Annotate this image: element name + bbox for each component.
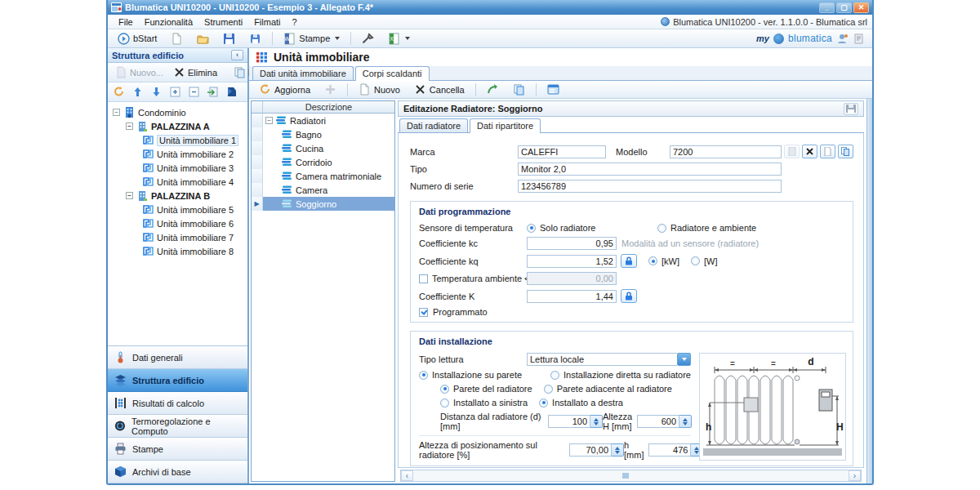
minimize-button[interactable]: _	[819, 2, 835, 13]
radio-parete-radiatore[interactable]	[440, 385, 449, 394]
new-file-button[interactable]	[165, 30, 189, 47]
elimina-button[interactable]: Elimina	[169, 65, 221, 80]
k-lock-button[interactable]	[621, 289, 637, 303]
list-row-room[interactable]: Bagno	[252, 127, 394, 141]
radio-solo-radiatore[interactable]	[527, 224, 536, 233]
cancella-button[interactable]: Cancella	[408, 81, 470, 98]
move-up-icon[interactable]	[131, 86, 144, 98]
tab-dati-ripartitore[interactable]: Dati ripartitore	[470, 118, 541, 133]
nav-dati-generali[interactable]: Dati generali	[108, 346, 247, 369]
programmato-checkbox[interactable]	[419, 308, 428, 317]
open-button[interactable]	[191, 30, 215, 47]
distanza-spinner[interactable]: 100	[548, 415, 603, 428]
radio-install-diretta[interactable]	[550, 371, 559, 380]
menu-strumenti[interactable]: Strumenti	[198, 16, 248, 29]
tab-dati-radiatore[interactable]: Dati radiatore	[399, 118, 468, 132]
save-all-button[interactable]	[243, 30, 267, 47]
list-row-room-selected[interactable]: ▶ Soggiorno	[252, 197, 394, 211]
copy-row-button[interactable]	[507, 81, 531, 98]
nav-risultati-di-calcolo[interactable]: Risultati di calcolo	[108, 392, 247, 415]
expand-all-icon[interactable]	[169, 86, 181, 98]
kt-checkbox[interactable]	[419, 274, 428, 283]
scroll-left-icon[interactable]: ‹	[401, 470, 413, 481]
tab-dati-unita-immobiliare[interactable]: Dati unità immobiliare	[252, 66, 354, 80]
new-item-button[interactable]	[820, 145, 835, 158]
preview-icon[interactable]	[225, 86, 238, 98]
tree-item-unit[interactable]: Unità immobiliare 7	[109, 230, 246, 244]
spin-down-icon[interactable]	[683, 422, 688, 425]
vertical-scrollbar[interactable]	[866, 99, 872, 483]
posizionamento-spinner[interactable]: 70,00	[569, 443, 624, 457]
list-row-room[interactable]: Corridoio	[252, 155, 394, 169]
add-disabled-button[interactable]	[318, 81, 342, 98]
nav-stampe[interactable]: Stampe	[108, 438, 247, 461]
marca-field[interactable]: CALEFFI	[518, 145, 606, 158]
modello-field[interactable]: 7200	[670, 145, 782, 158]
k-field[interactable]: 1,44	[527, 290, 617, 303]
list-row-room[interactable]: Cucina	[252, 141, 394, 155]
save-record-button[interactable]	[844, 103, 858, 115]
menu-funzionalita[interactable]: Funzionalità	[139, 16, 198, 29]
tab-corpi-scaldanti[interactable]: Corpi scaldanti	[355, 66, 430, 81]
collapse-node-icon[interactable]: −	[126, 122, 133, 130]
collapse-node-icon[interactable]: −	[113, 109, 120, 116]
nav-struttura-edificio[interactable]: Struttura edificio	[108, 369, 247, 392]
radio-radiatore-ambiente[interactable]	[657, 224, 666, 233]
collapse-all-icon[interactable]	[188, 86, 200, 98]
maximize-button[interactable]: ▢	[836, 2, 852, 13]
notes-icon[interactable]	[853, 33, 865, 45]
kq-field[interactable]: 1,52	[527, 255, 617, 268]
tree-item-unit[interactable]: Unità immobiliare 8	[109, 244, 246, 258]
horizontal-scrollbar[interactable]: ‹ ›	[400, 470, 862, 482]
scrollbar-thumb[interactable]	[622, 473, 629, 479]
user-icon[interactable]	[836, 33, 849, 45]
list-row-room[interactable]: Camera	[252, 183, 394, 197]
excel-export-button[interactable]: X	[382, 30, 416, 47]
tree-item-unit[interactable]: Unità immobiliare 4	[109, 175, 246, 189]
tree-item-palazzina-b[interactable]: − PALAZZINA B	[109, 189, 246, 203]
nuovo-radiatore-button[interactable]: Nuovo	[353, 81, 406, 98]
radio-installato-destra[interactable]	[539, 399, 548, 408]
import-row-button[interactable]	[481, 81, 505, 98]
radio-parete-adiacente[interactable]	[544, 385, 553, 394]
chevron-down-icon[interactable]	[677, 353, 691, 366]
tree-item-unit[interactable]: Unità immobiliare 1	[109, 133, 246, 147]
kc-field[interactable]: 0,95	[527, 237, 617, 250]
list-row-radiatori[interactable]: − Radiatori	[252, 114, 394, 127]
tree-item-unit[interactable]: Unità immobiliare 6	[109, 216, 246, 230]
kq-lock-button[interactable]	[621, 254, 637, 268]
tree-item-condominio[interactable]: − Condominio	[109, 105, 246, 119]
tipo-field[interactable]: Monitor 2,0	[518, 163, 782, 176]
menu-help[interactable]: ?	[287, 16, 303, 29]
nuovo-button[interactable]: Nuovo...	[111, 65, 167, 80]
bstart-button[interactable]: bStart	[112, 30, 163, 47]
tree-item-unit[interactable]: Unità immobiliare 2	[109, 147, 246, 161]
nav-termoregolazione[interactable]: Termoregolazione e Computo	[108, 415, 247, 438]
lookup-button[interactable]	[784, 145, 800, 158]
scroll-right-icon[interactable]: ›	[849, 470, 861, 481]
radio-install-parete[interactable]	[419, 371, 428, 380]
radio-w[interactable]	[691, 256, 700, 265]
form-view-button[interactable]	[541, 81, 565, 98]
spin-down-icon[interactable]	[615, 451, 620, 454]
copy-item-button[interactable]	[838, 145, 853, 158]
close-button[interactable]: ✕	[853, 2, 869, 13]
collapse-node-icon[interactable]: −	[126, 192, 133, 199]
numero-serie-field[interactable]: 123456789	[518, 180, 782, 193]
menu-filmati[interactable]: Filmati	[248, 16, 286, 29]
aggiorna-button[interactable]: Aggiorna	[253, 81, 316, 98]
kt-field[interactable]: 0,00	[527, 272, 617, 285]
spin-up-icon[interactable]	[594, 418, 599, 421]
tipo-lettura-select[interactable]: Lettura locale	[527, 353, 691, 366]
altezza-H-spinner[interactable]: 600	[637, 415, 692, 428]
radio-installato-sinistra[interactable]	[440, 399, 449, 408]
spin-down-icon[interactable]	[594, 422, 599, 425]
list-row-room[interactable]: Camera matrimoniale	[252, 169, 394, 183]
tree-item-unit[interactable]: Unità immobiliare 3	[109, 161, 246, 175]
save-button[interactable]	[217, 30, 241, 47]
clear-button[interactable]	[802, 145, 817, 158]
spin-up-icon[interactable]	[683, 418, 688, 421]
collapse-panel-button[interactable]: ‹	[231, 50, 243, 60]
import-icon[interactable]	[207, 86, 219, 98]
refresh-icon[interactable]	[113, 86, 125, 98]
